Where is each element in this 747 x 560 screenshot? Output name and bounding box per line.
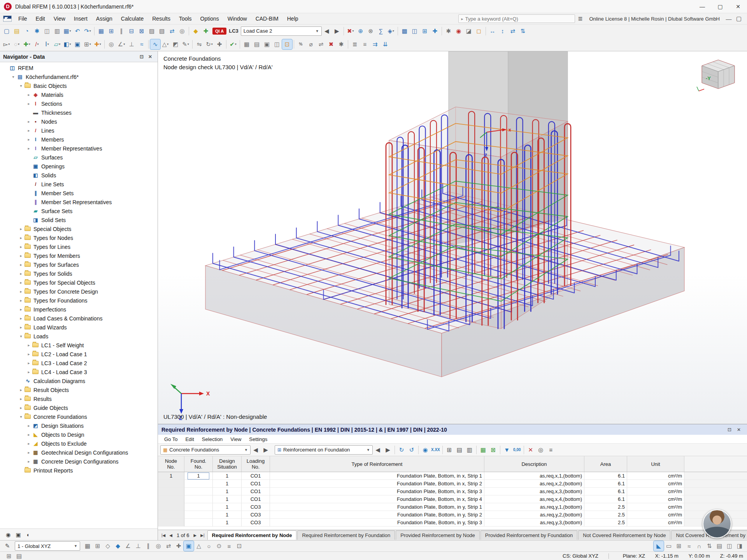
collapse-chevron-icon[interactable]: ▾	[18, 84, 24, 88]
display-filter-icon[interactable]: ◐	[23, 530, 33, 540]
table-export-icon[interactable]: ⊠	[137, 26, 147, 36]
column-header-type-of-reinforcement[interactable]: Type of Reinforcement	[270, 456, 484, 472]
parallel-snap-icon[interactable]: ∥	[143, 541, 153, 551]
values-xyz-icon[interactable]: ✚	[430, 26, 440, 36]
decimal-places-button[interactable]: 0,00	[512, 445, 522, 455]
next-load-case-icon[interactable]: ▶	[332, 26, 342, 36]
tree-item-objects-to-exclude[interactable]: ▸◢Objects to Exclude	[0, 439, 158, 448]
cell-loading-no[interactable]: CO1	[242, 480, 270, 488]
expand-chevron-icon[interactable]: ▸	[26, 441, 32, 446]
table-settings-icon[interactable]: ≡	[546, 445, 556, 455]
load-transfer-icon[interactable]: ◆	[191, 26, 201, 36]
tree-item-types-for-foundations[interactable]: ▸Types for Foundations	[0, 296, 158, 305]
expand-chevron-icon[interactable]: ▸	[18, 262, 24, 267]
cell-area[interactable]: 6.1	[584, 495, 627, 503]
teamwork-icon[interactable]: ◔	[22, 26, 32, 36]
clear-icon[interactable]: ✕	[526, 445, 536, 455]
center-snap-icon[interactable]: ◎	[153, 541, 163, 551]
tree-item-result-objects[interactable]: ▸Result Objects	[0, 385, 158, 394]
mirror-icon[interactable]: ⇋	[194, 39, 204, 49]
xsc-table-icon[interactable]: ▨	[147, 26, 157, 36]
snap-grid-icon[interactable]: ⊞	[93, 541, 103, 551]
menu-help[interactable]: Help	[283, 14, 303, 23]
cell-design-situation[interactable]: 1	[213, 480, 242, 488]
table-row[interactable]: 1CO1Foundation Plate, Bottom, in x, Stri…	[158, 488, 747, 495]
result-values-icon[interactable]: ∑	[376, 26, 386, 36]
diagram-view-icon[interactable]: ▤	[454, 445, 465, 455]
guide-lines-icon[interactable]: ∥	[116, 26, 126, 36]
expand-chevron-icon[interactable]: ▸	[18, 280, 24, 285]
find-object-icon[interactable]: ◉	[454, 26, 464, 36]
result-category-combo[interactable]: ⊞ Reinforcement on Foundation▼	[275, 445, 373, 455]
show-values-icon[interactable]: ◉	[420, 445, 430, 455]
collapse-chevron-icon[interactable]: ▾	[10, 75, 16, 79]
tree-item-materials[interactable]: ▸◈Materials	[0, 90, 158, 99]
grid-icon[interactable]: ▦	[82, 541, 93, 551]
table-row[interactable]: 1CO1Foundation Plate, Bottom, in x, Stri…	[158, 480, 747, 488]
tools-icon[interactable]: ✱	[444, 26, 454, 36]
collapse-chevron-icon[interactable]: ▾	[18, 334, 24, 338]
cell-area[interactable]: 6.1	[584, 480, 627, 488]
last-page-button[interactable]: ▶|	[198, 533, 206, 537]
tree-item-k-cherfundament-rf6[interactable]: ▾▤Köcherfundament.rf6*	[0, 72, 158, 81]
tab-not-covered-reinforcement-by-node[interactable]: Not Covered Reinforcement by Node	[578, 530, 670, 540]
add-node-icon[interactable]: ✚▾	[22, 39, 32, 49]
add-set-icon[interactable]: ⊞▾	[82, 39, 93, 49]
sync-selection-icon[interactable]: ↺	[407, 445, 417, 455]
cell-description[interactable]: as,req,x,2,(bottom)	[484, 480, 584, 488]
tree-item-loads[interactable]: ▾Loads	[0, 332, 158, 341]
cell-area[interactable]: 2.5	[584, 503, 627, 511]
mode-icon[interactable]: ▤	[14, 551, 24, 560]
pin-panel-icon[interactable]: ⊡	[137, 54, 146, 60]
design-type-combo[interactable]: ▦ Concrete Foundations▼	[160, 445, 251, 455]
dimension-icon[interactable]: ∠▾	[116, 39, 126, 49]
diameter-icon[interactable]: ⌀	[306, 39, 316, 49]
column-header-description[interactable]: Description	[484, 456, 584, 472]
column-header-area[interactable]: Area	[584, 456, 627, 472]
point-snap-icon[interactable]: ◆	[113, 541, 123, 551]
menu-calculate[interactable]: Calculate	[117, 14, 148, 23]
menu-assign[interactable]: Assign	[92, 14, 117, 23]
first-page-button[interactable]: |◀	[160, 533, 167, 537]
table-row[interactable]: 1CO1Foundation Plate, Bottom, in x, Stri…	[158, 495, 747, 503]
menu-options[interactable]: Options	[196, 14, 223, 23]
prev-load-case-icon[interactable]: ◀	[322, 26, 332, 36]
report-view-icon[interactable]: ▥	[465, 445, 475, 455]
tree-item-members[interactable]: ▸IMembers	[0, 135, 158, 144]
expand-chevron-icon[interactable]: ▸	[26, 137, 32, 142]
cell-loading-no[interactable]: CO1	[242, 488, 270, 495]
expand-chevron-icon[interactable]: ▸	[18, 245, 24, 249]
expand-chevron-icon[interactable]: ▸	[18, 227, 24, 231]
expand-chevron-icon[interactable]: ▸	[18, 271, 24, 276]
tab-required-reinforcement-by-foundation[interactable]: Required Reinforcement by Foundation	[297, 530, 395, 540]
tree-item-design-situations[interactable]: ▸◩Design Situations	[0, 421, 158, 430]
cell-unit[interactable]: cm²/m	[627, 488, 684, 495]
expand-chevron-icon[interactable]: ▸	[18, 289, 24, 294]
column-header-unit[interactable]: Unit	[627, 456, 684, 472]
next-item-icon[interactable]: ▶	[383, 445, 393, 455]
work-plane-icon[interactable]: ◣	[654, 541, 664, 551]
expand-chevron-icon[interactable]: ▸	[26, 459, 32, 464]
collapse-chevron-icon[interactable]: ▾	[18, 415, 24, 419]
cell-description[interactable]: as,req,y,2,(bottom)	[484, 511, 584, 519]
expand-chevron-icon[interactable]: ▸	[26, 102, 32, 106]
view-active-icon[interactable]: ⊡	[282, 39, 292, 49]
cell-type-of-reinforcement[interactable]: Foundation Plate, Bottom, in y, Strip 1	[270, 503, 484, 511]
swap-snap-icon[interactable]: ⇄	[163, 541, 174, 551]
angle-snap-icon[interactable]: ∠	[123, 541, 133, 551]
annotation-icon[interactable]: ✎▾	[181, 39, 191, 49]
expand-chevron-icon[interactable]: ▸	[26, 370, 32, 374]
cell-description[interactable]: as,req,y,3,(bottom)	[484, 519, 584, 527]
tree-item-guide-objects[interactable]: ▸Guide Objects	[0, 403, 158, 412]
search-options-icon[interactable]: ≣	[575, 14, 585, 24]
expand-chevron-icon[interactable]: ▸	[18, 406, 24, 410]
new-model-icon[interactable]: ▢	[2, 26, 12, 36]
table-row[interactable]: 111CO1Foundation Plate, Bottom, in x, St…	[158, 472, 747, 480]
table-rows-icon[interactable]: ⊟	[126, 26, 137, 36]
calculate-all-icon[interactable]: ⊗	[366, 26, 376, 36]
table-toggle-icon[interactable]: ▤	[714, 541, 724, 551]
new-load-icon[interactable]: ✚▾	[93, 39, 103, 49]
tree-item-printout-reports[interactable]: Printout Reports	[0, 466, 158, 475]
view-yz-icon[interactable]: ◫	[272, 39, 282, 49]
ortho-snap-icon[interactable]: ◇	[103, 541, 113, 551]
